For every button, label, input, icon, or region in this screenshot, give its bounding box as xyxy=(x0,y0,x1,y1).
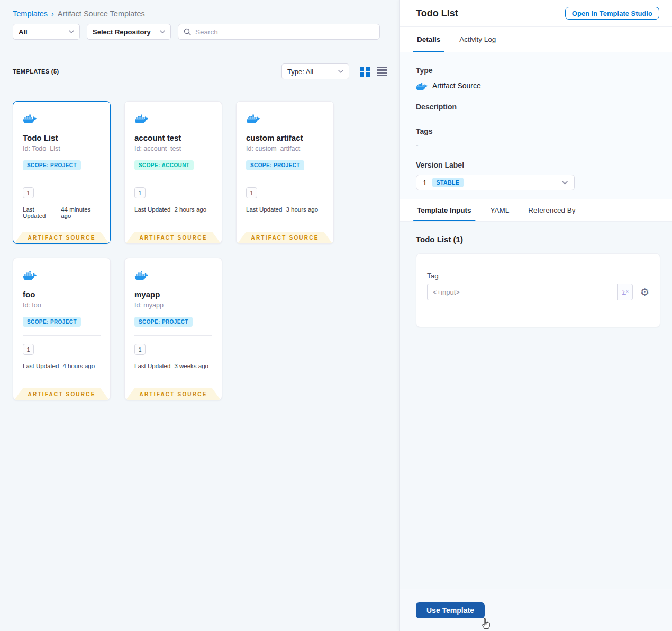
details-footer: Use Template xyxy=(400,589,672,631)
tags-value: - xyxy=(416,141,656,149)
filter-row: All Select Repository xyxy=(13,24,387,40)
search-icon xyxy=(184,28,191,35)
tab-activity-log[interactable]: Activity Log xyxy=(458,27,497,52)
card-id: Id: Todo_List xyxy=(23,145,101,152)
last-updated: Last Updated 44 minutes ago xyxy=(23,206,101,219)
gear-icon[interactable]: ⚙ xyxy=(640,287,649,297)
inputs-card: Tag Σˣ ⚙ xyxy=(416,253,660,327)
card-divider xyxy=(134,335,212,336)
panel-title: Todo List xyxy=(416,8,458,19)
chevron-down-icon xyxy=(562,181,568,185)
artifact-source-ribbon: ARTIFACT SOURCE xyxy=(126,232,221,243)
stable-badge: STABLE xyxy=(432,178,464,187)
last-updated-value: 44 minutes ago xyxy=(61,206,101,219)
card-title: account test xyxy=(134,133,212,142)
scope-badge: SCOPE: PROJECT xyxy=(134,317,193,327)
card-title: myapp xyxy=(134,290,212,299)
template-details-panel: Todo List Open in Template Studio Detail… xyxy=(399,0,672,631)
tag-field-label: Tag xyxy=(427,272,649,280)
expression-icon[interactable]: Σˣ xyxy=(617,284,633,300)
card-title: Todo List xyxy=(23,133,101,142)
version-count-badge: 1 xyxy=(134,344,146,355)
last-updated-label: Last Updated xyxy=(134,363,170,369)
last-updated-label: Last Updated xyxy=(246,206,282,213)
card-id: Id: myapp xyxy=(134,301,212,309)
docker-icon xyxy=(134,269,149,280)
search-input[interactable] xyxy=(195,28,374,36)
version-value: 1 xyxy=(423,179,427,187)
chevron-down-icon xyxy=(69,30,74,33)
template-card-myapp[interactable]: myapp Id: myapp SCOPE: PROJECT 1 Last Up… xyxy=(124,258,222,400)
inputs-tabs: Template Inputs YAML Referenced By xyxy=(400,199,672,222)
card-title: foo xyxy=(23,290,101,299)
version-count-badge: 1 xyxy=(246,187,257,198)
version-count-badge: 1 xyxy=(23,187,34,198)
artifact-source-ribbon: ARTIFACT SOURCE xyxy=(14,232,109,243)
list-view-icon[interactable] xyxy=(377,67,387,76)
type-filter-value: Type: All xyxy=(287,68,313,76)
last-updated-label: Last Updated xyxy=(23,206,57,219)
details-tabs: Details Activity Log xyxy=(400,27,672,52)
last-updated-value: 3 weeks ago xyxy=(174,363,208,369)
template-card-custom-artifact[interactable]: custom artifact Id: custom_artifact SCOP… xyxy=(236,101,334,244)
tags-label: Tags xyxy=(416,127,656,135)
version-count-badge: 1 xyxy=(23,344,34,355)
scope-badge: SCOPE: ACCOUNT xyxy=(134,160,194,170)
docker-icon xyxy=(134,113,149,123)
template-cards-grid: Todo List Id: Todo_List SCOPE: PROJECT 1… xyxy=(13,101,387,400)
breadcrumb-templates-link[interactable]: Templates xyxy=(13,10,48,18)
repository-filter-value: Select Repository xyxy=(93,28,151,36)
type-value: Artifact Source xyxy=(432,81,481,90)
open-in-template-studio-button[interactable]: Open in Template Studio xyxy=(565,7,659,20)
docker-icon xyxy=(23,269,37,280)
artifact-source-ribbon: ARTIFACT SOURCE xyxy=(14,388,109,400)
description-label: Description xyxy=(416,103,656,111)
card-divider xyxy=(246,179,324,179)
tab-yaml[interactable]: YAML xyxy=(489,199,511,221)
list-header: TEMPLATES (5) Type: All xyxy=(13,63,387,79)
template-card-account-test[interactable]: account test Id: account_test SCOPE: ACC… xyxy=(124,101,222,244)
scope-filter-value: All xyxy=(19,28,28,36)
artifact-source-ribbon: ARTIFACT SOURCE xyxy=(126,388,221,400)
card-id: Id: foo xyxy=(23,301,101,309)
repository-filter-dropdown[interactable]: Select Repository xyxy=(87,24,171,40)
card-divider xyxy=(134,179,212,179)
tag-input[interactable] xyxy=(427,284,617,300)
breadcrumb-current: Artifact Source Templates xyxy=(58,10,145,18)
scope-badge: SCOPE: PROJECT xyxy=(23,160,81,170)
last-updated: Last Updated 2 hours ago xyxy=(134,206,212,213)
last-updated: Last Updated 4 hours ago xyxy=(23,363,101,369)
tab-referenced-by[interactable]: Referenced By xyxy=(527,199,576,221)
card-title: custom artifact xyxy=(246,133,324,142)
card-divider xyxy=(23,179,101,179)
grid-view-icon[interactable] xyxy=(360,67,370,77)
tab-details[interactable]: Details xyxy=(416,27,441,52)
inputs-section-title: Todo List (1) xyxy=(416,235,659,244)
version-count-badge: 1 xyxy=(134,187,146,198)
chevron-down-icon xyxy=(160,30,165,33)
breadcrumb: Templates › Artifact Source Templates xyxy=(13,10,387,18)
use-template-button[interactable]: Use Template xyxy=(416,602,485,618)
card-divider xyxy=(23,335,101,336)
scope-badge: SCOPE: PROJECT xyxy=(246,160,304,170)
last-updated-value: 4 hours ago xyxy=(62,363,95,369)
docker-icon xyxy=(416,81,428,90)
template-inputs-content: Todo List (1) Tag Σˣ ⚙ xyxy=(400,222,672,589)
scope-filter-dropdown[interactable]: All xyxy=(13,24,80,40)
type-filter-dropdown[interactable]: Type: All xyxy=(281,63,349,79)
last-updated-value: 2 hours ago xyxy=(174,206,206,213)
card-id: Id: custom_artifact xyxy=(246,145,324,152)
templates-count-label: TEMPLATES (5) xyxy=(13,68,59,75)
breadcrumb-separator-icon: › xyxy=(51,10,54,18)
template-card-todo-list[interactable]: Todo List Id: Todo_List SCOPE: PROJECT 1… xyxy=(13,101,111,244)
version-dropdown[interactable]: 1 STABLE xyxy=(416,175,575,190)
docker-icon xyxy=(246,113,260,123)
card-id: Id: account_test xyxy=(134,145,212,152)
details-content: Type Artifact Source Description Tags - … xyxy=(400,52,672,199)
artifact-source-ribbon: ARTIFACT SOURCE xyxy=(238,232,332,243)
template-list-panel: Templates › Artifact Source Templates Al… xyxy=(0,0,399,631)
chevron-down-icon xyxy=(338,70,343,73)
tab-template-inputs[interactable]: Template Inputs xyxy=(416,199,473,221)
template-card-foo[interactable]: foo Id: foo SCOPE: PROJECT 1 Last Update… xyxy=(13,258,111,400)
scope-badge: SCOPE: PROJECT xyxy=(23,317,81,327)
